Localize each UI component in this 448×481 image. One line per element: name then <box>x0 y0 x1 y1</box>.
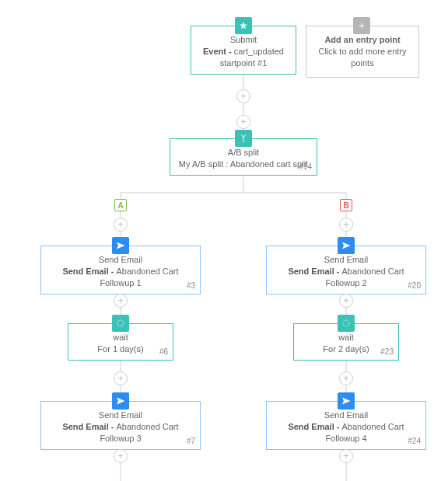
add-entry-subtitle: Click to add more entry points <box>313 46 412 69</box>
add-step-button[interactable] <box>339 294 353 308</box>
entry-detail: Event - cart_updated <box>198 46 289 58</box>
add-step-button[interactable] <box>339 371 353 385</box>
add-step-button[interactable] <box>114 294 128 308</box>
add-step-button[interactable] <box>114 371 128 385</box>
node-title: Send Email <box>273 254 419 266</box>
wait-icon <box>338 315 355 332</box>
node-title: wait <box>300 332 392 343</box>
send-icon <box>338 392 355 410</box>
split-detail: My A/B split : Abandoned cart split <box>177 159 310 170</box>
node-id: #6 <box>159 347 168 357</box>
node-detail: Send Email - Abandoned Cart Followup 1 <box>47 266 194 289</box>
add-step-button[interactable] <box>339 449 353 463</box>
add-step-button[interactable] <box>114 218 128 232</box>
node-id: #23 <box>380 347 394 357</box>
split-icon <box>235 130 252 147</box>
svg-marker-5 <box>240 22 247 30</box>
node-id: #3 <box>187 281 195 291</box>
node-title: Send Email <box>47 410 194 421</box>
node-detail: For 2 day(s) <box>300 343 392 355</box>
node-title: Send Email <box>47 254 194 266</box>
add-step-button[interactable] <box>114 449 128 463</box>
svg-point-7 <box>343 320 349 326</box>
branch-badge-a: A <box>114 199 127 211</box>
split-id: #14 <box>299 162 312 173</box>
node-id: #24 <box>408 436 421 447</box>
node-detail: Send Email - Abandoned Cart Followup 4 <box>273 421 419 444</box>
svg-point-6 <box>117 320 124 326</box>
send-icon <box>338 237 355 254</box>
node-id: #7 <box>187 436 195 447</box>
node-detail: Send Email - Abandoned Cart Followup 2 <box>273 266 419 289</box>
wait-icon <box>112 315 129 332</box>
node-title: Send Email <box>273 410 419 421</box>
entry-title: Submit <box>198 34 289 46</box>
node-id: #20 <box>408 281 421 291</box>
branch-badge-b: B <box>340 199 352 211</box>
node-detail: Send Email - Abandoned Cart Followup 3 <box>47 421 194 444</box>
node-title: wait <box>75 332 166 343</box>
send-icon <box>112 392 129 410</box>
entry-line3: startpoint #1 <box>198 58 289 69</box>
send-icon <box>112 237 129 254</box>
add-entry-title: Add an entry point <box>313 34 412 46</box>
add-step-button[interactable] <box>236 89 250 103</box>
star-icon <box>235 17 252 34</box>
split-title: A/B split <box>177 147 310 159</box>
node-detail: For 1 day(s) <box>75 343 166 355</box>
plus-icon <box>353 17 370 34</box>
add-step-button[interactable] <box>236 115 250 129</box>
add-step-button[interactable] <box>339 218 353 232</box>
